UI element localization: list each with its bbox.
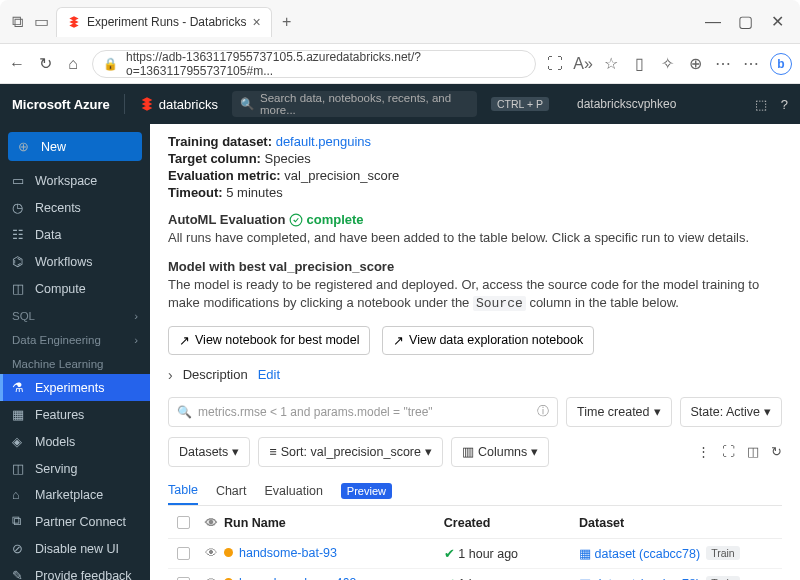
view-best-notebook-button[interactable]: ↗View notebook for best model (168, 326, 370, 355)
datasets-filter[interactable]: Datasets ▾ (168, 437, 250, 467)
run-name-link[interactable]: legendary-shrew-469 (239, 576, 356, 580)
sidebar-item-features[interactable]: ▦Features (0, 401, 150, 428)
performance-icon[interactable]: ⋯ (742, 54, 760, 73)
view-exploration-notebook-button[interactable]: ↗View data exploration notebook (382, 326, 594, 355)
close-window-icon[interactable]: ✕ (770, 15, 784, 29)
global-search-input[interactable]: 🔍 Search data, notebooks, recents, and m… (232, 91, 477, 117)
run-name-link[interactable]: handsome-bat-93 (239, 546, 337, 560)
col-run-name[interactable]: Run Name (224, 516, 444, 530)
sidebar-item-workspace[interactable]: ▭Workspace (0, 167, 150, 194)
workflow-icon: ⌬ (12, 254, 27, 269)
metric-label: Evaluation metric: (168, 168, 281, 183)
columns-filter[interactable]: ▥ Columns ▾ (451, 437, 549, 467)
dataset-tag: Train (706, 546, 740, 560)
chevron-right-icon: › (134, 334, 138, 346)
tab-evaluation[interactable]: Evaluation (264, 478, 322, 504)
tab-overview-icon[interactable]: ▭ (32, 13, 50, 31)
refresh-icon[interactable]: ↻ (771, 444, 782, 459)
row-checkbox[interactable] (177, 577, 190, 580)
time-filter[interactable]: Time created ▾ (566, 397, 671, 427)
tab-chart[interactable]: Chart (216, 478, 247, 504)
extensions-icon[interactable]: ✧ (658, 54, 676, 73)
favorite-icon[interactable]: ☆ (602, 54, 620, 73)
table-row[interactable]: 👁handsome-bat-93✔ 1 hour ago▦ dataset (c… (168, 539, 782, 569)
new-button[interactable]: ⊕ New (8, 132, 142, 161)
serve-icon: ◫ (12, 461, 27, 476)
sidebar-item-experiments[interactable]: ⚗Experiments (0, 374, 150, 401)
check-circle-icon: ✔ (444, 547, 455, 561)
timeout-value: 5 minutes (226, 185, 282, 200)
workspace-name[interactable]: databrickscvphkeo (577, 97, 676, 111)
main-panel: Training dataset: default.penguins Targe… (150, 124, 800, 580)
col-created[interactable]: Created (444, 516, 579, 530)
reading-list-icon[interactable]: ▯ (630, 54, 648, 73)
lock-icon: 🔒 (103, 57, 118, 71)
chevron-down-icon: ▾ (764, 404, 771, 419)
browser-settings-icon[interactable]: ⋯ (714, 54, 732, 73)
dataset-tag: Train (706, 576, 740, 580)
section-ml[interactable]: Machine Learning (0, 350, 150, 374)
table-row[interactable]: 👁legendary-shrew-469✔ 1 hour ago▦ datase… (168, 569, 782, 580)
sidebar-item-models[interactable]: ◈Models (0, 428, 150, 455)
target-label: Target column: (168, 151, 261, 166)
chevron-right-icon[interactable]: › (168, 367, 173, 383)
bing-chat-icon[interactable]: b (770, 53, 792, 75)
search-shortcut: CTRL + P (491, 97, 549, 111)
best-model-heading: Model with best val_precision_score (168, 259, 782, 274)
row-checkbox[interactable] (177, 547, 190, 560)
section-data-eng[interactable]: Data Engineering› (0, 326, 150, 350)
home-icon[interactable]: ⌂ (64, 55, 82, 73)
sidebar-item-feedback[interactable]: ✎Provide feedback (0, 562, 150, 580)
sidebar-item-compute[interactable]: ◫Compute (0, 275, 150, 302)
search-icon: 🔍 (240, 97, 254, 111)
help-icon[interactable]: ? (781, 97, 788, 112)
maximize-icon[interactable]: ▢ (738, 15, 752, 29)
fullscreen-icon[interactable]: ⛶ (722, 444, 735, 459)
workspaces-icon[interactable]: ⧉ (8, 13, 26, 31)
panel-icon[interactable]: ◫ (747, 444, 759, 459)
back-icon[interactable]: ← (8, 55, 26, 73)
select-all-checkbox[interactable] (177, 516, 190, 529)
info-icon[interactable]: ⓘ (537, 403, 549, 420)
col-dataset[interactable]: Dataset (579, 516, 782, 530)
collections-icon[interactable]: ⊕ (686, 54, 704, 73)
edit-description-link[interactable]: Edit (258, 367, 280, 382)
eye-icon[interactable]: 👁 (205, 576, 218, 580)
eye-icon[interactable]: 👁 (205, 516, 218, 530)
databricks-logo[interactable]: databricks (139, 96, 218, 112)
chevron-down-icon: ▾ (232, 444, 239, 459)
sidebar-item-workflows[interactable]: ⌬Workflows (0, 248, 150, 275)
sidebar-item-serving[interactable]: ◫Serving (0, 455, 150, 482)
gift-icon[interactable]: ⬚ (755, 97, 767, 112)
filter-placeholder: metrics.rmse < 1 and params.model = "tre… (198, 405, 537, 419)
svg-point-0 (291, 214, 303, 226)
kebab-icon[interactable]: ⋮ (697, 444, 710, 459)
url-input[interactable]: 🔒 https://adb-1363117955737105.5.azureda… (92, 50, 536, 78)
sidebar-item-partner[interactable]: ⧉Partner Connect (0, 508, 150, 535)
browser-tab[interactable]: Experiment Runs - Databricks × (56, 7, 272, 37)
tab-table[interactable]: Table (168, 477, 198, 505)
sidebar-item-recents[interactable]: ◷Recents (0, 194, 150, 221)
timeout-label: Timeout: (168, 185, 223, 200)
dataset-link[interactable]: ▦ dataset (ccabcc78) (579, 546, 700, 561)
sidebar-item-disable-ui[interactable]: ⊘Disable new UI (0, 535, 150, 562)
dataset-link[interactable]: ▦ dataset (ccabcc78) (579, 576, 700, 580)
sidebar-item-data[interactable]: ☷Data (0, 221, 150, 248)
minimize-icon[interactable]: — (706, 15, 720, 29)
read-aloud-icon[interactable]: A» (574, 55, 592, 73)
shopping-icon[interactable]: ⛶ (546, 55, 564, 73)
eye-icon[interactable]: 👁 (205, 546, 218, 560)
new-tab-icon[interactable]: + (278, 13, 296, 31)
external-icon: ↗ (393, 333, 404, 348)
close-icon[interactable]: × (252, 14, 260, 30)
search-placeholder: Search data, notebooks, recents, and mor… (260, 92, 469, 116)
refresh-icon[interactable]: ↻ (36, 54, 54, 73)
training-dataset-link[interactable]: default.penguins (276, 134, 371, 149)
sort-icon: ≡ (269, 445, 276, 459)
state-filter[interactable]: State: Active ▾ (680, 397, 782, 427)
run-filter-input[interactable]: 🔍 metrics.rmse < 1 and params.model = "t… (168, 397, 558, 427)
section-sql[interactable]: SQL› (0, 302, 150, 326)
check-circle-icon: ✔ (444, 577, 455, 580)
sidebar-item-marketplace[interactable]: ⌂Marketplace (0, 482, 150, 508)
sort-filter[interactable]: ≡ Sort: val_precision_score ▾ (258, 437, 443, 467)
